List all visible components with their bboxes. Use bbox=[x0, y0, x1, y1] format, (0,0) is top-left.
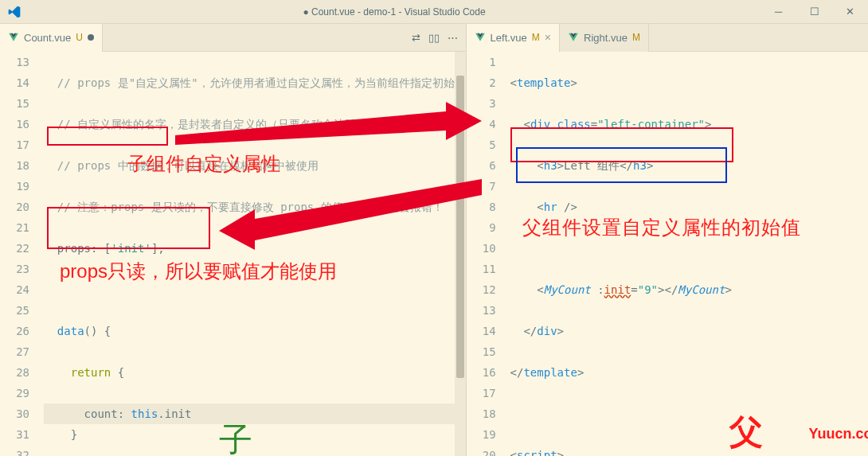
vue-icon bbox=[475, 32, 486, 43]
close-button[interactable]: ✕ bbox=[832, 0, 868, 24]
annotation-parent: 父组件设置自定义属性的初始值 bbox=[522, 215, 801, 240]
child-character: 子 bbox=[219, 418, 252, 456]
highlight-box-props bbox=[47, 127, 168, 146]
editor-right[interactable]: 1234567891011121314151617181920 <templat… bbox=[467, 52, 868, 456]
vscode-icon bbox=[0, 6, 28, 18]
line-gutter: 1314151617181920212223242526272829303132 bbox=[0, 52, 44, 456]
line-gutter: 1234567891011121314151617181920 bbox=[467, 52, 510, 456]
window-title: ● Count.vue - demo-1 - Visual Studio Cod… bbox=[28, 6, 760, 18]
editor-left[interactable]: 1314151617181920212223242526272829303132… bbox=[0, 52, 466, 456]
tab-right-vue[interactable]: Right.vue M bbox=[560, 24, 649, 52]
split-icon[interactable]: ▯▯ bbox=[428, 32, 440, 44]
tab-close-icon[interactable]: × bbox=[545, 31, 551, 44]
tab-label: Right.vue bbox=[584, 32, 628, 44]
titlebar: ● Count.vue - demo-1 - Visual Studio Cod… bbox=[0, 0, 868, 24]
tab-status: M bbox=[632, 32, 640, 43]
tab-label: Count.vue bbox=[24, 32, 71, 44]
tab-bar-right: Left.vue M × Right.vue M bbox=[467, 24, 868, 52]
annotation-readonly: props只读，所以要赋值才能使用 bbox=[60, 259, 337, 284]
tab-count-vue[interactable]: Count.vue U bbox=[0, 24, 103, 52]
minimize-button[interactable]: ─ bbox=[760, 0, 796, 24]
more-icon[interactable]: ⋯ bbox=[448, 32, 458, 44]
parent-character: 父 bbox=[729, 410, 763, 454]
tab-left-vue[interactable]: Left.vue M × bbox=[467, 24, 560, 52]
scrollbar-left[interactable] bbox=[455, 52, 466, 456]
tab-status: U bbox=[76, 32, 83, 43]
watermark: Yuucn.com bbox=[809, 426, 868, 442]
compare-icon[interactable]: ⇄ bbox=[412, 32, 420, 44]
code-content-left[interactable]: // props 是"自定义属性"，允许使用者通过自定义属性，为当前组件指定初始… bbox=[44, 52, 466, 456]
left-editor-pane: Count.vue U ⇄ ▯▯ ⋯ 131415161718192021222… bbox=[0, 24, 467, 456]
highlight-box-data bbox=[47, 207, 210, 249]
highlight-box-parent-inner bbox=[516, 147, 727, 183]
tab-bar-left: Count.vue U ⇄ ▯▯ ⋯ bbox=[0, 24, 466, 52]
code-content-right[interactable]: <template> <div class="left-container"> … bbox=[510, 52, 868, 456]
modified-dot-icon bbox=[88, 34, 94, 41]
tab-label: Left.vue bbox=[491, 32, 527, 44]
tab-status: M bbox=[532, 32, 540, 43]
annotation-child-prop: 子组件自定义属性 bbox=[127, 151, 280, 177]
scroll-thumb[interactable] bbox=[456, 76, 464, 378]
right-editor-pane: Left.vue M × Right.vue M 123456789101112… bbox=[467, 24, 868, 456]
maximize-button[interactable]: ☐ bbox=[796, 0, 832, 24]
vue-icon bbox=[8, 32, 19, 43]
vue-icon bbox=[568, 32, 579, 43]
